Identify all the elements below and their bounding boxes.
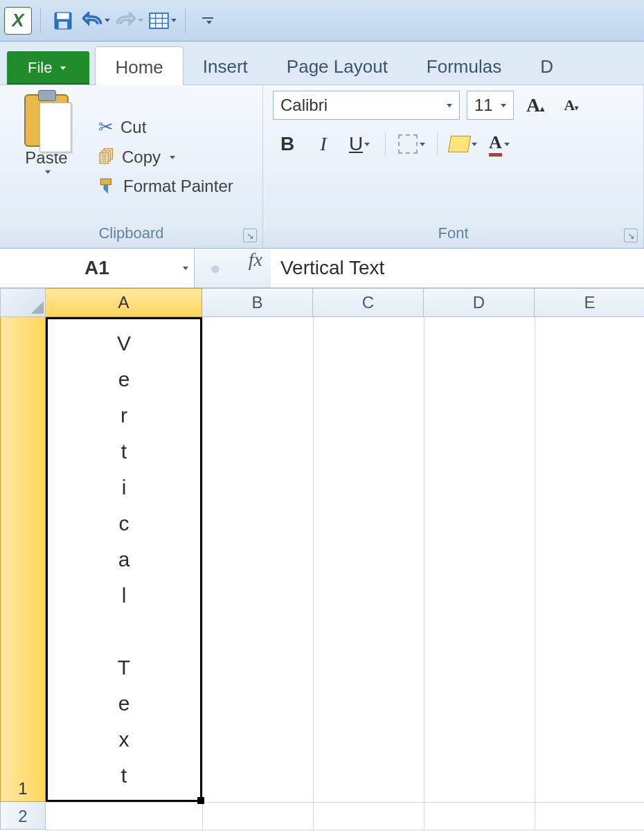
font-size-combo[interactable]: 11	[467, 91, 514, 120]
select-all-corner[interactable]	[0, 288, 46, 317]
separator	[437, 132, 438, 156]
italic-button[interactable]: I	[309, 129, 338, 159]
undo-button[interactable]	[82, 7, 110, 35]
bold-button[interactable]: B	[273, 129, 302, 159]
tab-file-label: File	[28, 59, 52, 77]
group-clipboard: Paste ✂ Cut 🗐 Copy	[0, 85, 263, 248]
paste-button[interactable]: Paste	[10, 91, 83, 222]
clipboard-launcher[interactable]: ↘	[243, 229, 257, 242]
tab-data-label: D	[540, 56, 553, 77]
scissors-icon: ✂	[98, 116, 114, 138]
name-box[interactable]: A1	[0, 249, 195, 287]
chevron-down-icon	[447, 104, 452, 107]
underline-label: U	[349, 133, 363, 155]
shrink-font-button[interactable]: A▾	[557, 91, 586, 120]
font-size-value: 11	[474, 96, 493, 115]
font-name-combo[interactable]: Calibri	[273, 91, 460, 120]
row-header-2[interactable]: 2	[0, 802, 46, 830]
cut-label: Cut	[120, 118, 146, 137]
chevron-down-icon	[183, 267, 188, 270]
group-font: Calibri 11 A▴ A▾ B I	[263, 85, 644, 248]
tab-home[interactable]: Home	[95, 46, 183, 85]
column-header-D[interactable]: D	[424, 288, 535, 317]
svg-rect-1	[57, 12, 69, 19]
grow-font-icon: A▴	[526, 94, 544, 116]
tab-page-layout-label: Page Layout	[287, 56, 388, 77]
customize-qat-button[interactable]	[194, 7, 222, 35]
gridline	[46, 802, 644, 803]
font-color-button[interactable]: A	[485, 129, 514, 159]
tab-formulas-label: Formulas	[427, 56, 501, 77]
shrink-font-icon: A▾	[564, 96, 579, 114]
copy-label: Copy	[122, 148, 161, 167]
save-icon	[53, 10, 73, 31]
borders-button[interactable]	[397, 129, 426, 159]
tab-page-layout[interactable]: Page Layout	[267, 46, 407, 84]
copy-icon: 🗐	[98, 148, 115, 167]
chevron-down-icon	[60, 66, 66, 70]
customize-icon	[202, 17, 213, 24]
svg-rect-8	[100, 179, 111, 185]
copy-button[interactable]: 🗐 Copy	[96, 146, 236, 168]
tab-data[interactable]: D	[521, 46, 557, 84]
chevron-down-icon	[170, 156, 175, 159]
svg-rect-3	[150, 13, 168, 28]
table-icon	[149, 12, 169, 30]
undo-icon	[82, 12, 102, 30]
formula-bar-input[interactable]: Vertical Text	[271, 249, 644, 287]
format-painter-button[interactable]: Format Painter	[96, 175, 236, 197]
separator	[385, 132, 386, 156]
gridline	[424, 317, 424, 831]
row-header-1[interactable]: 1	[0, 317, 46, 802]
selected-cell[interactable]: Vertical Text	[46, 317, 202, 802]
redo-button[interactable]	[116, 7, 143, 35]
print-preview-button[interactable]	[149, 7, 177, 35]
chevron-down-icon	[171, 19, 177, 22]
excel-app-icon[interactable]: X	[4, 7, 32, 35]
bold-label: B	[280, 133, 294, 155]
fill-handle[interactable]	[197, 797, 204, 804]
fill-color-button[interactable]	[449, 129, 478, 159]
underline-button[interactable]: U	[345, 129, 374, 159]
font-size-dropdown[interactable]	[494, 91, 510, 119]
chevron-down-icon	[472, 143, 477, 146]
chevron-down-icon	[138, 19, 143, 22]
redo-icon	[116, 12, 136, 30]
borders-icon	[398, 134, 418, 154]
format-painter-label: Format Painter	[123, 177, 233, 196]
name-box-value: A1	[84, 257, 109, 279]
worksheet: ABCDE 12 Vertical Text	[0, 288, 644, 831]
tab-insert-label: Insert	[203, 56, 248, 77]
column-header-C[interactable]: C	[313, 288, 424, 317]
cut-button[interactable]: ✂ Cut	[96, 115, 236, 139]
name-box-dropdown[interactable]	[181, 267, 188, 270]
fill-color-icon	[448, 136, 471, 152]
font-launcher[interactable]: ↘	[624, 229, 638, 242]
gridline	[313, 317, 314, 831]
gridline	[202, 317, 203, 831]
group-clipboard-label: Clipboard	[10, 222, 253, 245]
cell-vertical-text: Vertical Text	[117, 327, 131, 792]
excel-app-letter: X	[12, 10, 24, 31]
save-button[interactable]	[49, 7, 77, 35]
column-header-E[interactable]: E	[535, 288, 644, 317]
tab-insert[interactable]: Insert	[184, 46, 267, 84]
tab-file[interactable]: File	[7, 51, 89, 84]
font-name-dropdown[interactable]	[440, 91, 456, 119]
column-header-B[interactable]: B	[202, 288, 313, 317]
formula-bar-value: Vertical Text	[280, 257, 384, 279]
tab-home-label: Home	[115, 57, 163, 78]
grow-font-button[interactable]: A▴	[521, 91, 550, 120]
column-header-A[interactable]: A	[46, 288, 202, 317]
chevron-down-icon	[105, 19, 110, 22]
formula-bar-row: A1 ● fx Vertical Text	[0, 249, 644, 288]
fx-label[interactable]: fx	[249, 249, 262, 287]
chevron-down-icon	[364, 143, 370, 146]
chevron-down-icon	[504, 143, 510, 146]
svg-rect-2	[59, 21, 68, 28]
chevron-down-icon	[501, 104, 506, 107]
separator	[185, 8, 186, 33]
paintbrush-icon	[98, 177, 116, 195]
chevron-down-icon	[45, 170, 51, 174]
tab-formulas[interactable]: Formulas	[407, 46, 521, 84]
